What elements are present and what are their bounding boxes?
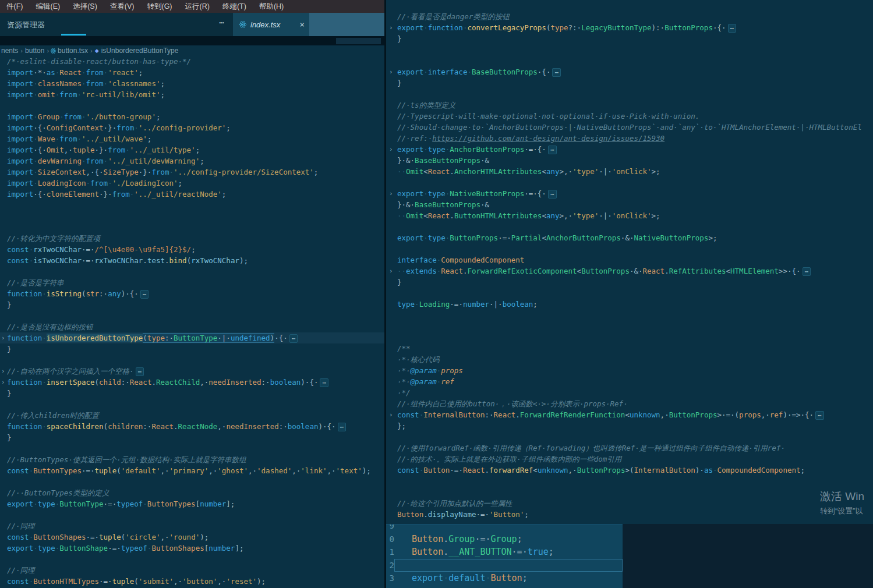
code-line[interactable]: const·ButtonShapes·=·tuple('circle',·'ro… bbox=[0, 532, 384, 543]
code-line[interactable]: } bbox=[386, 277, 873, 288]
code-line[interactable]: //·看看是否是danger类型的按钮 bbox=[386, 11, 873, 22]
fold-arrow-icon[interactable] bbox=[0, 410, 7, 421]
code-line[interactable] bbox=[386, 321, 873, 332]
breadcrumb-item[interactable]: button bbox=[25, 47, 44, 55]
fold-arrow-icon[interactable] bbox=[0, 421, 7, 432]
fold-arrow-icon[interactable] bbox=[0, 122, 7, 133]
fold-arrow-icon[interactable] bbox=[0, 266, 7, 277]
fold-arrow-icon[interactable] bbox=[0, 509, 7, 520]
code-line[interactable] bbox=[0, 554, 384, 565]
code-line[interactable] bbox=[0, 355, 384, 366]
fold-arrow-icon[interactable] bbox=[386, 431, 397, 442]
code-line[interactable]: ›//·自动在两个汉字之间插入一个空格·⋯ bbox=[0, 366, 384, 377]
breadcrumb-item[interactable]: nents bbox=[1, 47, 18, 55]
code-line[interactable]: import·SizeContext,·{·SizeType·}·from·'.… bbox=[0, 167, 384, 178]
fold-arrow-icon[interactable] bbox=[0, 576, 7, 587]
code-line[interactable]: function·isString(str:·any)·{·⋯ bbox=[0, 288, 384, 299]
code-line[interactable]: import·Wave·from·'../_util/wave'; bbox=[0, 133, 384, 144]
code-line[interactable]: ›export·interface·BaseButtonProps·{·⋯ bbox=[386, 66, 873, 77]
fold-arrow-icon[interactable] bbox=[386, 487, 397, 498]
fold-arrow-icon[interactable] bbox=[0, 167, 7, 178]
fold-arrow-icon[interactable] bbox=[0, 288, 7, 299]
fold-arrow-icon[interactable] bbox=[386, 398, 397, 409]
code-line[interactable]: //·是否是字符串 bbox=[0, 277, 384, 288]
fold-arrow-icon[interactable] bbox=[386, 376, 397, 387]
fold-arrow-icon[interactable] bbox=[0, 498, 7, 509]
fold-arrow-icon[interactable] bbox=[0, 454, 7, 465]
code-line[interactable] bbox=[386, 44, 873, 55]
close-icon[interactable]: × bbox=[300, 20, 305, 29]
code-line[interactable] bbox=[0, 310, 384, 321]
code-line[interactable]: 0Button.Group·=·Group; bbox=[386, 533, 623, 546]
fold-arrow-icon[interactable] bbox=[386, 387, 397, 398]
code-line[interactable]: export·type·ButtonShape·=·typeof·ButtonS… bbox=[0, 543, 384, 554]
fold-arrow-icon[interactable] bbox=[386, 55, 397, 66]
fold-arrow-icon[interactable] bbox=[386, 0, 397, 11]
fold-arrow-icon[interactable] bbox=[386, 243, 397, 254]
fold-arrow-icon[interactable] bbox=[0, 388, 7, 399]
fold-arrow-icon[interactable] bbox=[386, 299, 397, 310]
code-line[interactable]: import·{·Omit,·tuple·}·from·'../_util/ty… bbox=[0, 144, 384, 155]
code-line[interactable]: ·*·核心代码 bbox=[386, 354, 873, 365]
fold-arrow-icon[interactable] bbox=[0, 78, 7, 89]
code-line[interactable]: //·转化为中文字符的配置项 bbox=[0, 233, 384, 244]
fold-arrow-icon[interactable] bbox=[0, 200, 7, 211]
menu-item[interactable]: 选择(S) bbox=[66, 0, 104, 13]
fold-arrow-icon[interactable] bbox=[386, 155, 397, 166]
code-line[interactable]: //·同理 bbox=[0, 520, 384, 532]
fold-arrow-icon[interactable] bbox=[386, 232, 397, 243]
fold-arrow-icon[interactable] bbox=[386, 177, 397, 188]
code-line[interactable]: const·isTwoCNChar·=·rxTwoCNChar.test.bin… bbox=[0, 255, 384, 266]
fold-arrow-icon[interactable] bbox=[0, 189, 7, 200]
fold-arrow-icon[interactable]: › bbox=[386, 265, 397, 277]
fold-arrow-icon[interactable]: › bbox=[0, 366, 7, 377]
fold-arrow-icon[interactable]: › bbox=[386, 66, 397, 77]
fold-arrow-icon[interactable] bbox=[386, 88, 397, 100]
fold-arrow-icon[interactable] bbox=[386, 100, 397, 111]
code-line[interactable]: //·的技术·。实际上就是在外边获取·子组件函数内部的一些dom引用 bbox=[386, 454, 873, 465]
code-line[interactable]: ›const·InternalButton:·React.ForwardRefR… bbox=[386, 409, 873, 420]
code-line[interactable]: ›export·type·NativeButtonProps·=·{·⋯ bbox=[386, 188, 873, 199]
editor-pane-right[interactable]: //·看看是否是danger类型的按钮›export·function·conv… bbox=[386, 0, 873, 524]
fold-arrow-icon[interactable] bbox=[0, 476, 7, 487]
code-line[interactable]: 9 bbox=[386, 524, 623, 533]
code-line[interactable]: } bbox=[386, 33, 873, 44]
fold-arrow-icon[interactable] bbox=[0, 321, 7, 332]
code-line[interactable]: //·是否是没有边框的按钮 bbox=[0, 321, 384, 332]
menu-item[interactable]: 件(F) bbox=[0, 0, 29, 13]
fold-arrow-icon[interactable] bbox=[386, 11, 397, 22]
fold-arrow-icon[interactable] bbox=[0, 465, 7, 476]
fold-arrow-icon[interactable]: › bbox=[386, 144, 397, 155]
fold-arrow-icon[interactable] bbox=[386, 254, 397, 265]
code-line[interactable]: //·使用forwardRef·函数·引用传递（Ref·forwading）也叫… bbox=[386, 442, 873, 454]
code-line[interactable]: } bbox=[0, 299, 384, 310]
more-actions-icon[interactable]: ⋯ bbox=[219, 17, 224, 28]
code-line[interactable] bbox=[386, 243, 873, 254]
code-line[interactable] bbox=[386, 177, 873, 188]
code-line[interactable]: //·组件内自己使用的button·，·该函数<·>·分别表示·props·Re… bbox=[386, 398, 873, 409]
code-line[interactable]: //·Typescript·will·make·optional·not·opt… bbox=[386, 111, 873, 122]
fold-arrow-icon[interactable] bbox=[0, 211, 7, 222]
fold-arrow-icon[interactable] bbox=[386, 221, 397, 232]
code-line[interactable] bbox=[386, 332, 873, 343]
fold-arrow-icon[interactable] bbox=[0, 100, 7, 111]
fold-arrow-icon[interactable] bbox=[0, 443, 7, 454]
fold-arrow-icon[interactable] bbox=[386, 321, 397, 332]
fold-arrow-icon[interactable] bbox=[0, 133, 7, 144]
fold-arrow-icon[interactable]: › bbox=[0, 332, 7, 343]
code-line[interactable] bbox=[0, 266, 384, 277]
code-line[interactable] bbox=[0, 476, 384, 487]
code-line[interactable]: //·同理 bbox=[0, 565, 384, 576]
code-line[interactable]: 3export·default·Button; bbox=[386, 572, 623, 585]
fold-arrow-icon[interactable] bbox=[0, 222, 7, 233]
fold-arrow-icon[interactable] bbox=[386, 310, 397, 321]
fold-arrow-icon[interactable] bbox=[386, 133, 397, 144]
fold-arrow-icon[interactable] bbox=[0, 543, 7, 554]
code-line[interactable] bbox=[0, 509, 384, 520]
fold-arrow-icon[interactable] bbox=[386, 476, 397, 487]
fold-arrow-icon[interactable] bbox=[0, 255, 7, 266]
fold-arrow-icon[interactable] bbox=[0, 244, 7, 255]
fold-arrow-icon[interactable] bbox=[0, 299, 7, 310]
breadcrumb-item[interactable]: button.tsx bbox=[58, 47, 88, 55]
code-line[interactable]: ·*·@param·props bbox=[386, 365, 873, 376]
